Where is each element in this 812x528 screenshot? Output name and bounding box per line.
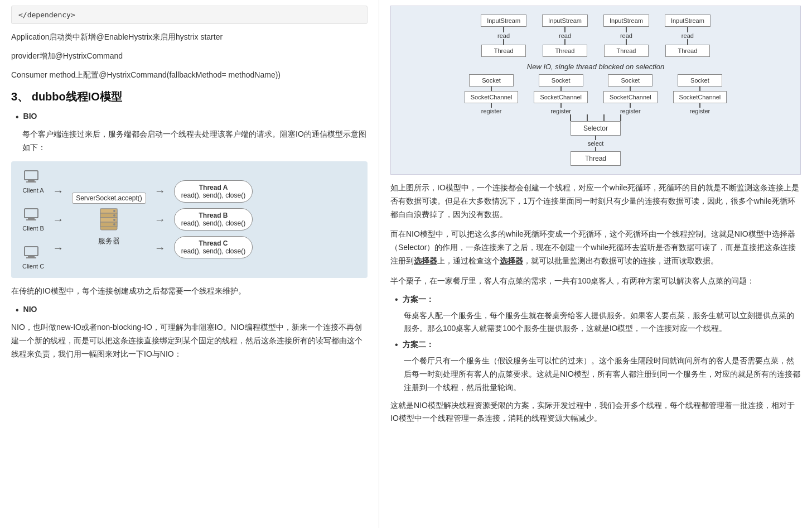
svg-rect-6 — [25, 247, 38, 256]
nio-sc-col-2: Socket SocketChannel register — [603, 74, 658, 114]
right-para-1: 而在NIO模型中，可以把这么多的while死循环变成一个死循环，这个死循环由一个… — [390, 228, 801, 267]
bio-bullet: • BIO — [11, 110, 368, 124]
thread-group: Thread A read(), send(), close() Thread … — [174, 180, 253, 258]
client-c: Client C — [22, 246, 44, 270]
thread-a-name: Thread A — [199, 184, 228, 191]
bio-label: BIO — [23, 110, 37, 123]
thread-a-box: Thread A read(), send(), close() — [174, 180, 253, 203]
socketchannel-0: SocketChannel — [465, 91, 519, 103]
read-label-1: read — [559, 32, 571, 39]
server-icon — [95, 206, 123, 234]
nio-bullet-dot: • — [16, 303, 19, 318]
selector-group: Selector select Thread — [571, 121, 621, 166]
svg-rect-3 — [25, 209, 38, 218]
socketchannel-3: SocketChannel — [673, 91, 727, 103]
option-2-desc: 一个餐厅只有一个服务生（假设服务生可以忙的过来）。这个服务生隔段时间就询问所有的… — [404, 354, 801, 394]
client-a: Client A — [23, 170, 44, 194]
computer-icon-a — [23, 170, 44, 185]
svg-rect-4 — [28, 218, 35, 219]
vline-0 — [503, 27, 504, 32]
nio-sc-col-0: Socket SocketChannel register — [465, 74, 519, 114]
option-2-label: 方案二： — [403, 340, 434, 350]
section-title: dubbo线程IO模型 — [32, 90, 122, 103]
socket-3: Socket — [678, 74, 722, 87]
bio-description: 每个客户端连接过来后，服务端都会启动一个线程去处理该客户端的请求。阻塞IO的通信… — [22, 128, 368, 155]
paragraph-2: provider增加@HystrixCommand — [11, 50, 368, 63]
nio-sc-col-1: Socket SocketChannel register — [534, 74, 588, 114]
vline-5 — [626, 39, 627, 45]
client-group: Client A Client B Clie — [22, 170, 44, 270]
option-1-bullet: • 方案一： — [390, 295, 801, 305]
right-conclusion: 这就是NIO模型解决线程资源受限的方案，实际开发过程中，我们会开多个线程，每个线… — [390, 399, 801, 426]
vline-1 — [503, 39, 504, 45]
paragraph-3: Consumer method上配置@HystrixCommand(fallba… — [11, 69, 368, 82]
client-c-label: Client C — [22, 263, 44, 270]
thread-0: Thread — [481, 45, 526, 57]
thread-3: Thread — [665, 45, 710, 57]
computer-icon-c — [23, 246, 44, 261]
vline-6 — [687, 27, 688, 32]
left-panel[interactable]: </dependency> Application启动类中新增@EnableHy… — [0, 0, 379, 528]
nio-col-3: InputStream read Thread — [665, 15, 710, 57]
vline-7 — [687, 39, 688, 45]
socket-1: Socket — [539, 74, 583, 87]
vline-3 — [564, 39, 566, 45]
nio-col-0: InputStream read Thread — [481, 15, 526, 57]
nio-diagram: InputStream read Thread InputStream read… — [390, 6, 801, 175]
socketchannel-2: SocketChannel — [603, 91, 658, 103]
single-thread-box: Thread — [571, 151, 621, 166]
right-arrows: → → → — [154, 185, 166, 255]
computer-icon-b — [23, 208, 44, 223]
right-panel[interactable]: InputStream read Thread InputStream read… — [379, 0, 812, 528]
thread-b-detail: read(), send(), close() — [181, 219, 245, 227]
section-number: 3、 — [11, 90, 28, 103]
highlight-1: 选择器 — [414, 256, 437, 265]
option-2-bullet: • 方案二： — [390, 340, 801, 350]
register-lines — [570, 114, 621, 121]
svg-rect-5 — [26, 219, 36, 220]
inputstream-1: InputStream — [542, 15, 588, 27]
thread-1: Thread — [543, 45, 587, 57]
bio-conclusion: 在传统的IO模型中，每个连接创建成功之后都需要一个线程来维护。 — [11, 285, 368, 298]
inputstream-0: InputStream — [481, 15, 526, 27]
read-label-0: read — [497, 32, 510, 39]
svg-point-17 — [113, 223, 115, 225]
option-1-desc: 每桌客人配一个服务生，每个服务生就在餐桌旁给客人提供服务。如果客人要点菜，服务生… — [404, 309, 801, 336]
section-3-heading: 3、 dubbo线程IO模型 — [11, 89, 368, 104]
code-text: </dependency> — [18, 11, 75, 19]
svg-rect-8 — [26, 257, 36, 258]
code-block: </dependency> — [11, 6, 368, 24]
inputstream-3: InputStream — [665, 15, 710, 27]
svg-rect-7 — [28, 256, 35, 257]
selector-box: Selector — [571, 121, 621, 136]
svg-point-14 — [113, 210, 115, 212]
thread-b-name: Thread B — [199, 212, 228, 219]
register-0: register — [481, 108, 502, 114]
select-label: select — [588, 140, 604, 147]
nio-col-2: InputStream read Thread — [603, 15, 649, 57]
bio-bullet-dot: • — [16, 110, 19, 124]
thread-c-name: Thread C — [199, 239, 228, 247]
option-1-dot: • — [395, 295, 398, 305]
svg-point-15 — [113, 214, 115, 217]
read-label-3: read — [682, 32, 694, 39]
socketchannel-1: SocketChannel — [534, 91, 588, 103]
server-box: ServerSocket.accept() 服务器 — [72, 193, 146, 246]
client-b: Client B — [22, 208, 44, 232]
svg-rect-1 — [28, 180, 35, 181]
read-label-2: read — [620, 32, 632, 39]
socket-2: Socket — [608, 74, 652, 87]
svg-rect-2 — [26, 181, 36, 183]
nio-top-cols: InputStream read Thread InputStream read… — [481, 15, 710, 57]
nio-label: NIO — [23, 303, 37, 316]
vline-4 — [626, 27, 627, 32]
paragraph-1: Application启动类中新增@EnableHystrix来启用hystri… — [11, 31, 368, 44]
thread-c-box: Thread C read(), send(), close() — [174, 236, 253, 258]
nio-bullet: • NIO — [11, 303, 368, 318]
option-1-label: 方案一： — [403, 295, 434, 305]
socket-0: Socket — [469, 74, 514, 87]
server-label: 服务器 — [98, 236, 120, 246]
bio-diagram: Client A Client B Clie — [11, 161, 368, 278]
vline-2 — [564, 27, 566, 32]
register-1: register — [550, 108, 571, 114]
